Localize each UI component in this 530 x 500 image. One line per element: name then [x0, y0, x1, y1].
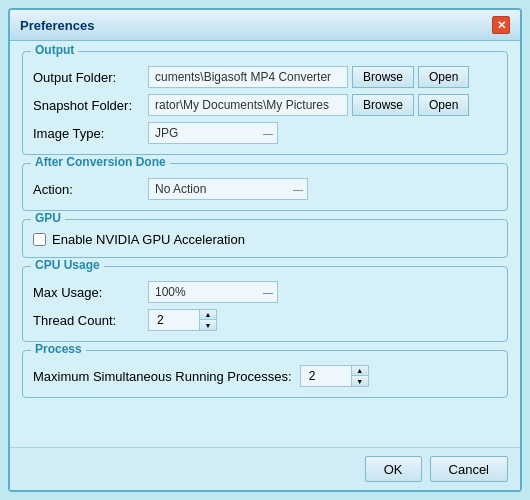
thread-count-row: Thread Count: 2 ▲ ▼ — [33, 309, 497, 331]
max-usage-row: Max Usage: 100% 75% 50% 25% — [33, 281, 497, 303]
after-conversion-label: After Conversion Done — [31, 155, 170, 169]
snapshot-folder-label: Snapshot Folder: — [33, 98, 148, 113]
image-type-label: Image Type: — [33, 126, 148, 141]
dialog-title: Preferences — [20, 18, 94, 33]
simultaneous-down-button[interactable]: ▼ — [352, 376, 368, 386]
thread-count-value: 2 — [149, 313, 199, 327]
output-folder-browse-button[interactable]: Browse — [352, 66, 414, 88]
output-section-label: Output — [31, 43, 78, 57]
simultaneous-value: 2 — [301, 369, 351, 383]
output-folder-label: Output Folder: — [33, 70, 148, 85]
action-select-wrapper: No Action Shut Down Sleep — [148, 178, 308, 200]
thread-count-up-button[interactable]: ▲ — [200, 310, 216, 320]
dialog-body: Output Output Folder: Browse Open Snapsh… — [10, 41, 520, 447]
output-folder-row: Output Folder: Browse Open — [33, 66, 497, 88]
image-type-row: Image Type: JPG PNG BMP — [33, 122, 497, 144]
output-section: Output Output Folder: Browse Open Snapsh… — [22, 51, 508, 155]
ok-button[interactable]: OK — [365, 456, 422, 482]
after-conversion-section: After Conversion Done Action: No Action … — [22, 163, 508, 211]
gpu-checkbox-label: Enable NVIDIA GPU Acceleration — [52, 232, 245, 247]
gpu-section-label: GPU — [31, 211, 65, 225]
close-button[interactable]: ✕ — [492, 16, 510, 34]
gpu-checkbox-row: Enable NVIDIA GPU Acceleration — [33, 232, 497, 247]
preferences-dialog: Preferences ✕ Output Output Folder: Brow… — [8, 8, 522, 492]
title-bar: Preferences ✕ — [10, 10, 520, 41]
process-section: Process Maximum Simultaneous Running Pro… — [22, 350, 508, 398]
image-type-select[interactable]: JPG PNG BMP — [148, 122, 278, 144]
simultaneous-label: Maximum Simultaneous Running Processes: — [33, 369, 292, 384]
thread-count-spinner-btns: ▲ ▼ — [199, 310, 216, 330]
action-label: Action: — [33, 182, 148, 197]
cpu-usage-section: CPU Usage Max Usage: 100% 75% 50% 25% Th… — [22, 266, 508, 342]
thread-count-down-button[interactable]: ▼ — [200, 320, 216, 330]
dialog-footer: OK Cancel — [10, 447, 520, 490]
max-usage-label: Max Usage: — [33, 285, 148, 300]
snapshot-folder-browse-button[interactable]: Browse — [352, 94, 414, 116]
action-select[interactable]: No Action Shut Down Sleep — [148, 178, 308, 200]
simultaneous-spinner-btns: ▲ ▼ — [351, 366, 368, 386]
action-row: Action: No Action Shut Down Sleep — [33, 178, 497, 200]
cancel-button[interactable]: Cancel — [430, 456, 508, 482]
snapshot-folder-row: Snapshot Folder: Browse Open — [33, 94, 497, 116]
max-usage-select-wrapper: 100% 75% 50% 25% — [148, 281, 278, 303]
snapshot-folder-input[interactable] — [148, 94, 348, 116]
simultaneous-spinner: 2 ▲ ▼ — [300, 365, 369, 387]
thread-count-spinner: 2 ▲ ▼ — [148, 309, 217, 331]
cpu-usage-section-label: CPU Usage — [31, 258, 104, 272]
output-folder-input[interactable] — [148, 66, 348, 88]
gpu-section: GPU Enable NVIDIA GPU Acceleration — [22, 219, 508, 258]
simultaneous-up-button[interactable]: ▲ — [352, 366, 368, 376]
image-type-select-wrapper: JPG PNG BMP — [148, 122, 278, 144]
process-section-label: Process — [31, 342, 86, 356]
simultaneous-row: Maximum Simultaneous Running Processes: … — [33, 365, 497, 387]
thread-count-label: Thread Count: — [33, 313, 148, 328]
snapshot-folder-open-button[interactable]: Open — [418, 94, 469, 116]
output-folder-open-button[interactable]: Open — [418, 66, 469, 88]
max-usage-select[interactable]: 100% 75% 50% 25% — [148, 281, 278, 303]
gpu-checkbox[interactable] — [33, 233, 46, 246]
